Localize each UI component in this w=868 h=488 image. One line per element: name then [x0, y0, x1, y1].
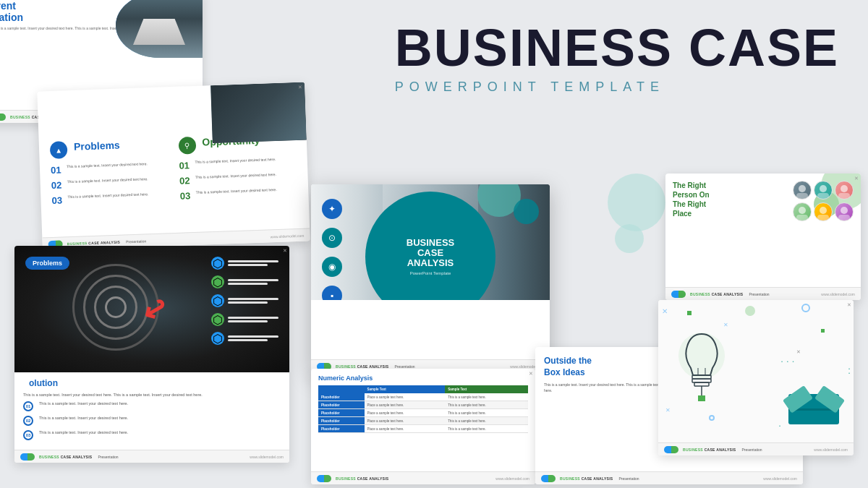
slide-5-header: Numeric Analysis — [311, 369, 535, 385]
slide-7-left: The RightPerson OnThe RightPlace — [673, 181, 783, 280]
table-row: Placeholder Place a sample text here. Th… — [318, 393, 528, 401]
footer-text-8: BUSINESS CASE ANALYSIS — [683, 448, 736, 452]
slide-3-item-2: 02 This is a sample text. Insert your de… — [23, 416, 281, 426]
slide-card-2[interactable]: ✕ ▲ Problems 01 This is a sample text. I… — [37, 82, 310, 251]
slide-3-item-3: 03 This is a sample text. Insert your de… — [23, 430, 281, 440]
slide-3-problems-label: Problems — [25, 257, 69, 270]
footer-url-2: www.slidemodel.com — [271, 233, 305, 239]
slide-3-bottom-content: Solution This is a sample text. Insert y… — [14, 372, 289, 450]
avatar-row-2 — [788, 202, 854, 221]
slide-2-close-icon[interactable]: ✕ — [298, 85, 302, 90]
bg-deco-circle-3 — [615, 224, 644, 253]
main-icon-4: ▪ — [322, 286, 342, 300]
problems-title: Problems — [74, 140, 120, 153]
problems-header: ▲ Problems — [50, 137, 168, 159]
table-col-2: Sample Text — [445, 385, 528, 393]
ph-dot-5: ⬡ — [211, 332, 224, 345]
footer-toggle-8 — [664, 446, 678, 453]
footer-url-8: www.slidemodel.com — [814, 448, 848, 452]
slide-3-footer: BUSINESS CASE ANALYSIS Presentation www.… — [14, 450, 289, 463]
sub-title: POWERPOINT TEMPLATE — [395, 80, 839, 95]
slide-card-main[interactable]: BUSINESSCASEANALYSIS PowerPoint Template… — [311, 184, 550, 372]
title-area: BUSINESS CASE POWERPOINT TEMPLATE — [395, 22, 839, 95]
table-row: Placeholder Place a sample text here. Th… — [318, 425, 528, 433]
footer-text-2: BUSINESS CASE ANALYSIS — [67, 239, 121, 246]
avatar-3 — [835, 181, 854, 200]
footer-url-7: www.slidemodel.com — [821, 292, 855, 296]
deco-x-1: ✕ — [662, 307, 668, 315]
slide-2-o-row-1: 01 This is a sample text. Insert your de… — [179, 156, 297, 171]
ph-dot-1: ⬡ — [211, 257, 224, 270]
slide-2-p-row-3: 03 This is a sample text. Insert your de… — [51, 191, 169, 206]
main-icon-1: ✦ — [322, 199, 342, 219]
footer-text-5: BUSINESS CASE ANALYSIS — [336, 476, 388, 481]
slide-3-close-icon[interactable]: ✕ — [283, 248, 287, 254]
deco-x-3: ✕ — [665, 407, 671, 414]
main-icon-3: ◉ — [322, 257, 342, 277]
table-col-1: Sample Text — [365, 385, 446, 393]
deco-square-1 — [687, 311, 692, 315]
slide-card-7[interactable]: ✕ The RightPerson OnThe RightPlace — [665, 174, 861, 300]
footer-toggle-7 — [671, 291, 686, 298]
slide-7-content: The RightPerson OnThe RightPlace — [665, 174, 861, 287]
footer-text-main: BUSINESS CASE ANALYSIS — [336, 364, 388, 369]
slide-card-5[interactable]: ✕ Numeric Analysis Sample Text Sample Te… — [311, 369, 535, 484]
slide-8-close-icon[interactable]: ✕ — [847, 302, 851, 308]
slide-2-o-row-2: 02 This is a sample text. Insert your de… — [179, 171, 297, 187]
slide-3-solution-text: This is a sample text. Insert your desir… — [23, 393, 281, 397]
opportunity-icon: ⚲ — [178, 137, 196, 155]
slide-3-maze-image: Problems ↩ ⬡ ⬡ — [14, 246, 289, 372]
deco-circle-outline-2 — [709, 415, 715, 421]
deco-filled-circle-1 — [745, 306, 755, 316]
slide-3-placeholders: ⬡ ⬡ ⬡ ⬡ — [211, 257, 278, 345]
slide-6-footer: BUSINESS CASE ANALYSIS Presentation www.… — [535, 471, 803, 484]
avatar-5 — [814, 202, 833, 221]
footer-toggle-6 — [541, 475, 556, 482]
avatar-1 — [793, 181, 812, 200]
ph-dot-3: ⬡ — [211, 294, 224, 307]
main-title: BUSINESS CASE — [395, 22, 839, 74]
slide-3-ph-4: ⬡ — [211, 313, 278, 326]
footer-text-7: BUSINESS CASE ANALYSIS — [690, 292, 743, 296]
table-col-label — [318, 385, 365, 393]
slide-card-8[interactable]: ✕ ✕ ✕ ✕ — [658, 300, 854, 455]
avatar-4 — [793, 202, 812, 221]
slide-3-solution-title: Solution — [23, 378, 281, 388]
slide-2-problems-col: ▲ Problems 01 This is a sample text. Ins… — [50, 137, 170, 210]
bg-deco-circle-1 — [608, 174, 665, 231]
avatar-row-1 — [788, 181, 854, 200]
footer-text-6: BUSINESS CASE ANALYSIS — [560, 476, 613, 481]
slide-3-ph-1: ⬡ — [211, 257, 278, 270]
footer-url-5: www.slidemodel.com — [495, 476, 529, 481]
main-icon-2: ⊙ — [322, 228, 342, 248]
slide-3-ph-2: ⬡ — [211, 275, 278, 288]
road-image — [116, 0, 203, 58]
slide-2-opportunity-col: ⚲ Opportunity 01 This is a sample text. … — [178, 133, 298, 206]
ph-dot-2: ⬡ — [211, 275, 224, 288]
road-line — [133, 19, 185, 45]
footer-toggle-5 — [317, 475, 331, 482]
slide-main-image: BUSINESSCASEANALYSIS PowerPoint Template… — [311, 184, 550, 300]
table-row: Placeholder Place a sample text here. Th… — [318, 401, 528, 409]
footer-toggle-1 — [0, 114, 6, 121]
slide-2-o-row-3: 03 This is a sample text. Insert your de… — [180, 187, 298, 202]
slide-7-close-icon[interactable]: ✕ — [854, 176, 859, 181]
table-row: Placeholder Place a sample text here. Th… — [318, 417, 528, 425]
box-scatter-right: •• — [848, 367, 850, 375]
slide-card-3[interactable]: ✕ Problems ↩ ⬡ ⬡ — [14, 246, 289, 463]
footer-url-3: www.slidemodel.com — [250, 455, 284, 459]
footer-url-6: www.slidemodel.com — [763, 476, 797, 481]
footer-text-3: BUSINESS CASE ANALYSIS — [39, 455, 92, 459]
slide-2-p-row-1: 01 This is a sample text. Insert your de… — [51, 160, 169, 176]
svg-rect-5 — [698, 395, 705, 401]
slide-2-road — [210, 82, 307, 143]
slide-5-close-icon[interactable]: ✕ — [529, 371, 533, 377]
slide-8-footer: BUSINESS CASE ANALYSIS Presentation www.… — [658, 442, 854, 455]
avatar-6 — [835, 202, 854, 221]
slide-6-close-icon[interactable]: ✕ — [796, 349, 801, 355]
slide-7-footer: BUSINESS CASE ANALYSIS Presentation www.… — [665, 287, 861, 300]
avatar-2 — [814, 181, 833, 200]
svg-rect-3 — [694, 382, 709, 386]
problems-icon: ▲ — [50, 141, 68, 159]
slide-7-avatars — [788, 181, 854, 280]
